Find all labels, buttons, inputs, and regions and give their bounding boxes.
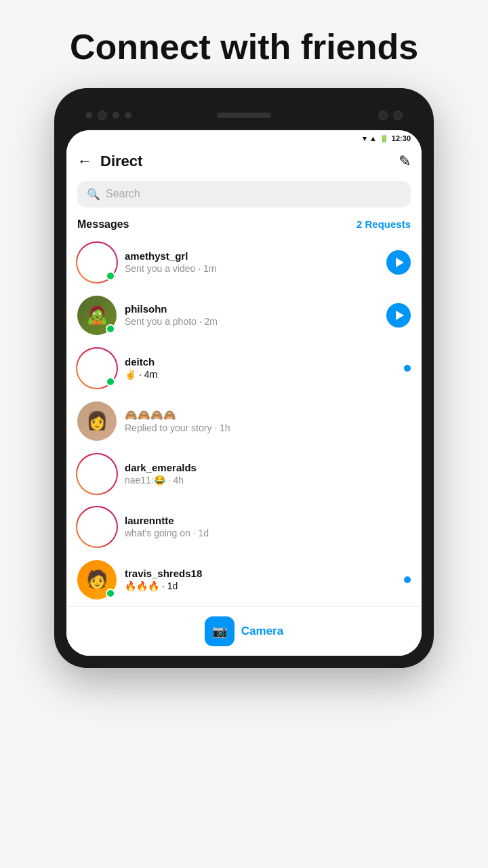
requests-button[interactable]: 2 Requests [357,218,411,230]
story-ring [76,506,118,548]
phone-dot-1 [85,112,92,119]
phone-frame: ▾ ▲ 🔋 12:30 ← Direct ✎ 🔍 Search [54,88,434,668]
message-content: laurennttewhat's going on · 1d [125,515,411,538]
page-wrapper: Connect with friends ▾ ▲ [0,0,488,868]
signal-icon: ▲ [369,134,377,142]
status-bar: ▾ ▲ 🔋 12:30 [66,130,422,147]
message-preview: nae11:😂 · 4h [125,475,411,486]
avatar-wrap: 👩 [77,401,117,441]
online-indicator [106,589,115,598]
avatar: 👩 [77,401,117,441]
status-time: 12:30 [392,134,411,142]
phone-dot-3 [125,112,131,119]
message-content: deitch✌️ · 4m [125,356,396,380]
bottom-bar: 📷 Camera [66,606,422,656]
message-username: 🙈🙈🙈🙈 [125,409,411,421]
message-item[interactable]: 🧟philsohnSent you a photo · 2m [66,289,422,342]
message-content: travis_shreds18🔥🔥🔥 · 1d [125,568,396,591]
message-content: 🙈🙈🙈🙈Replied to your story · 1h [125,409,411,433]
message-item[interactable]: 👤laurennttewhat's going on · 1d [66,500,422,553]
play-button[interactable] [386,303,411,328]
nav-left: ← Direct [77,153,142,170]
back-button[interactable]: ← [77,153,92,170]
message-content: amethyst_grlSent you a video · 1m [125,250,378,274]
unread-dot [404,576,411,583]
message-item[interactable]: 🧍amethyst_grlSent you a video · 1m [66,236,422,289]
phone-cameras [85,111,131,120]
online-indicator [106,377,115,387]
message-preview: ✌️ · 4m [125,369,396,380]
camera-icon: 📷 [212,624,227,639]
compose-button[interactable]: ✎ [399,153,411,170]
message-item[interactable]: 🧑dark_emeraldsnae11:😂 · 4h [66,448,422,500]
wifi-icon: ▾ [363,134,367,143]
avatar-wrap: 🧟 [77,296,117,335]
phone-dot-2 [113,112,119,119]
messages-header: Messages 2 Requests [66,216,422,236]
avatar-wrap: 🧑 [77,560,117,599]
avatar-wrap: 💁 [77,349,117,388]
message-username: dark_emeralds [125,462,411,473]
search-icon: 🔍 [87,188,100,201]
message-preview: Sent you a video · 1m [125,263,378,274]
avatar-wrap: 🧍 [77,243,117,282]
message-preview: what's going on · 1d [125,528,411,538]
search-placeholder: Search [106,188,140,200]
unread-dot [404,365,411,372]
nav-header: ← Direct ✎ [66,147,422,178]
message-username: deitch [125,356,396,368]
avatar-wrap: 🧑 [77,454,117,494]
message-item[interactable]: 💁deitch✌️ · 4m [66,342,422,395]
camera-lens-1 [378,111,388,120]
page-header: Connect with friends [0,0,488,88]
phone-speaker [217,113,271,118]
camera-lens-2 [393,111,403,120]
phone-top-bar [66,100,422,130]
online-indicator [106,324,115,334]
avatar-wrap: 👤 [77,507,117,547]
message-preview: 🔥🔥🔥 · 1d [125,580,396,591]
camera-button[interactable]: 📷 [205,616,235,646]
message-content: dark_emeraldsnae11:😂 · 4h [125,462,411,486]
message-preview: Sent you a photo · 2m [125,316,378,327]
message-username: laurenntte [125,515,411,526]
play-button[interactable] [386,250,411,275]
phone-screen: ▾ ▲ 🔋 12:30 ← Direct ✎ 🔍 Search [66,130,422,656]
message-content: philsohnSent you a photo · 2m [125,303,378,327]
online-indicator [106,271,115,281]
message-username: travis_shreds18 [125,568,396,579]
message-item[interactable]: 🧑travis_shreds18🔥🔥🔥 · 1d [66,553,422,606]
message-item[interactable]: 👩🙈🙈🙈🙈Replied to your story · 1h [66,395,422,448]
message-list: 🧍amethyst_grlSent you a video · 1m🧟phils… [66,236,422,606]
message-username: philsohn [125,303,378,315]
phone-right-cams [378,111,403,120]
front-camera [98,111,107,120]
message-preview: Replied to your story · 1h [125,422,411,433]
search-bar[interactable]: 🔍 Search [77,181,411,208]
camera-label[interactable]: Camera [241,625,283,638]
status-icons: ▾ ▲ 🔋 12:30 [363,134,411,143]
story-ring [76,453,118,495]
nav-title: Direct [100,153,142,170]
messages-label: Messages [77,218,129,231]
message-username: amethyst_grl [125,250,378,262]
battery-icon: 🔋 [380,134,389,143]
